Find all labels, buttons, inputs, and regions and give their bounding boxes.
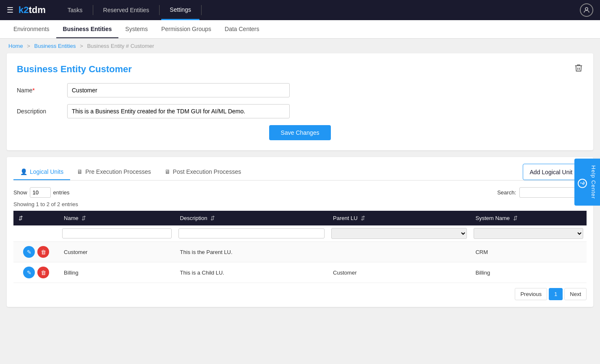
filter-parent-lu-select[interactable]: [331, 228, 467, 239]
page-1-button[interactable]: 1: [549, 288, 563, 300]
add-lu-label: Add Logical Unit: [530, 169, 573, 175]
filter-actions-cell: [13, 225, 59, 242]
nav-tasks[interactable]: Tasks: [59, 1, 91, 19]
sort-icon-description: ⇵: [210, 215, 215, 221]
subnav-systems[interactable]: Systems: [118, 21, 155, 38]
subnav-business-entities[interactable]: Business Entities: [56, 21, 119, 38]
save-changes-button[interactable]: Save Changes: [269, 125, 331, 140]
showing-info: Showing 1 to 2 of 2 entries: [13, 201, 587, 207]
pagination: Previous 1 Next: [13, 288, 587, 300]
sort-icon-system-name: ⇵: [513, 215, 518, 221]
name-input[interactable]: [67, 83, 290, 97]
row-name: Billing: [59, 262, 175, 283]
row-system-name: CRM: [470, 242, 587, 262]
table-controls: Show entries Search:: [13, 187, 587, 198]
previous-button[interactable]: Previous: [515, 288, 547, 300]
row-parent-lu: Customer: [328, 262, 470, 283]
sort-icon-actions: ⇵: [18, 215, 23, 221]
delete-entity-button[interactable]: [574, 63, 583, 75]
entity-form-card: Business Entity Customer Name* Descripti…: [7, 53, 593, 150]
breadcrumb-sep-2: >: [80, 43, 83, 49]
description-input[interactable]: [67, 104, 290, 118]
help-center-panel[interactable]: Help Center ?: [574, 158, 600, 205]
breadcrumb-business-entities[interactable]: Business Entities: [34, 43, 76, 49]
card-header: Business Entity Customer: [17, 63, 583, 75]
help-question-mark: ?: [578, 179, 587, 188]
row-description: This is a Child LU.: [175, 262, 328, 283]
name-field-row: Name*: [17, 83, 583, 97]
filter-description-cell: [175, 225, 328, 242]
show-entries: Show entries: [13, 187, 70, 198]
logo-k2: k2: [18, 5, 29, 16]
hamburger-menu[interactable]: ☰: [7, 5, 13, 15]
filter-name-input[interactable]: [62, 228, 172, 238]
col-header-system-name[interactable]: System Name ⇵: [470, 211, 587, 225]
tab-logical-units[interactable]: 👤 Logical Units: [13, 164, 70, 180]
table-row: ✎ 🗑 Billing This is a Child LU. Customer…: [13, 262, 587, 283]
search-box: Search:: [497, 187, 587, 198]
col-header-parent-lu[interactable]: Parent LU ⇵: [328, 211, 470, 225]
name-label: Name*: [17, 87, 67, 94]
subnav-permission-groups[interactable]: Permission Groups: [155, 21, 218, 38]
sort-icon-name: ⇵: [81, 215, 86, 221]
tab-post-execution[interactable]: 🖥 Post Execution Processes: [158, 164, 248, 180]
entries-input[interactable]: [30, 187, 51, 198]
nav-settings[interactable]: Settings: [161, 0, 199, 20]
breadcrumb-home[interactable]: Home: [8, 43, 23, 49]
save-btn-row: Save Changes: [17, 125, 583, 140]
sub-nav: Environments Business Entities Systems P…: [0, 20, 600, 39]
row-system-name: Billing: [470, 262, 587, 283]
subnav-environments[interactable]: Environments: [7, 21, 56, 38]
nav-divider-2: [159, 5, 160, 15]
description-field-row: Description: [17, 104, 583, 118]
action-buttons: ✎ 🗑: [18, 246, 54, 258]
filter-description-input[interactable]: [178, 228, 325, 238]
top-nav-right: [580, 3, 593, 17]
filter-name-cell: [59, 225, 175, 242]
top-nav-links: Tasks Reserved Entities Settings: [59, 0, 580, 20]
show-label: Show: [13, 189, 27, 196]
col-header-actions: ⇵: [13, 211, 59, 225]
help-center-label: Help Center: [590, 165, 597, 199]
filter-system-name-cell: [470, 225, 587, 242]
next-button[interactable]: Next: [564, 288, 587, 300]
logo: k2 tdm: [18, 5, 46, 16]
col-header-name[interactable]: Name ⇵: [59, 211, 175, 225]
action-buttons: ✎ 🗑: [18, 267, 54, 278]
logical-units-table: ⇵ Name ⇵ Description ⇵ Parent LU ⇵: [13, 211, 587, 283]
row-name: Customer: [59, 242, 175, 262]
delete-row-button[interactable]: 🗑: [37, 246, 49, 258]
required-star: *: [32, 87, 34, 94]
svg-point-0: [585, 8, 588, 10]
breadcrumb: Home > Business Entities > Business Enti…: [0, 39, 600, 53]
tab-pre-execution[interactable]: 🖥 Pre Execution Processes: [70, 164, 157, 180]
logical-units-card: 👤 Logical Units 🖥 Pre Execution Processe…: [7, 157, 593, 307]
delete-row-button[interactable]: 🗑: [37, 267, 49, 278]
top-nav: ☰ k2 tdm Tasks Reserved Entities Setting…: [0, 0, 600, 20]
logo-tdm: tdm: [29, 5, 45, 16]
nav-reserved-entities[interactable]: Reserved Entities: [95, 1, 158, 19]
search-label: Search:: [497, 189, 516, 196]
edit-row-button[interactable]: ✎: [23, 246, 35, 258]
nav-divider-3: [201, 5, 202, 15]
filter-row: [13, 225, 587, 242]
nav-divider-1: [93, 5, 93, 15]
tab-logical-units-label: Logical Units: [30, 168, 63, 175]
edit-row-button[interactable]: ✎: [23, 267, 35, 278]
tabs-row: 👤 Logical Units 🖥 Pre Execution Processe…: [13, 164, 587, 181]
tab-pre-execution-label: Pre Execution Processes: [85, 168, 151, 175]
sort-icon-parent-lu: ⇵: [361, 215, 365, 221]
subnav-data-centers[interactable]: Data Centers: [218, 21, 266, 38]
main-content: Business Entity Customer Name* Descripti…: [0, 53, 600, 314]
filter-parent-lu-cell: [328, 225, 470, 242]
row-actions-cell: ✎ 🗑: [13, 242, 59, 262]
breadcrumb-sep-1: >: [27, 43, 30, 49]
col-header-description[interactable]: Description ⇵: [175, 211, 328, 225]
table-row: ✎ 🗑 Customer This is the Parent LU. CRM: [13, 242, 587, 262]
logical-units-icon: 👤: [20, 168, 27, 175]
user-avatar[interactable]: [580, 3, 593, 17]
post-execution-icon: 🖥: [165, 168, 170, 175]
tab-post-execution-label: Post Execution Processes: [173, 168, 241, 175]
filter-system-name-select[interactable]: [474, 228, 583, 239]
entries-label: entries: [53, 189, 70, 196]
